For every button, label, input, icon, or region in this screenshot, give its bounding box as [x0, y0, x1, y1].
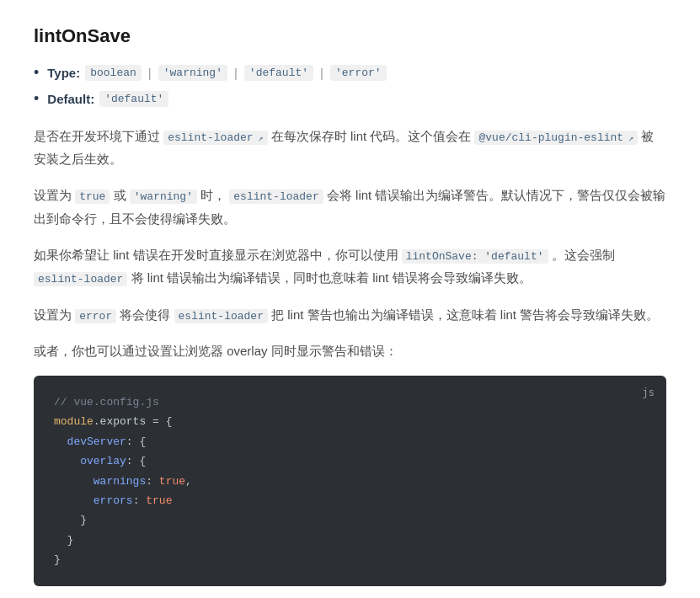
sep-1: | [148, 66, 152, 80]
type-row: • Type: boolean | 'warning' | 'default' … [34, 64, 666, 82]
code-content: // vue.config.js module.exports = { devS… [54, 392, 646, 570]
bullet-type: • [34, 64, 39, 82]
desc-paragraph-4: 设置为 error 将会使得 eslint-loader 把 lint 警告也输… [34, 303, 666, 326]
inline-eslint-loader-4: eslint-loader [174, 309, 268, 323]
desc-paragraph-3: 如果你希望让 lint 错误在开发时直接显示在浏览器中，你可以使用 lintOn… [34, 243, 666, 290]
eslint-loader-link-1[interactable]: eslint-loader [163, 131, 267, 145]
desc-paragraph-2: 设置为 true 或 'warning' 时， eslint-loader 会将… [34, 184, 666, 229]
type-label: Type: [47, 66, 80, 80]
desc-paragraph-5: 或者，你也可以通过设置让浏览器 overlay 同时显示警告和错误： [34, 339, 666, 362]
sep-3: | [320, 66, 323, 80]
default-label: Default: [47, 92, 94, 106]
bullet-default: • [34, 90, 39, 108]
inline-warning: 'warning' [130, 190, 197, 204]
inline-eslint-loader-3: eslint-loader [34, 272, 127, 286]
type-default: 'default' [244, 65, 313, 81]
page-title: lintOnSave [34, 25, 666, 47]
description-section: 是否在开发环境下通过 eslint-loader 在每次保存时 lint 代码。… [34, 125, 666, 586]
default-value: 'default' [99, 91, 168, 107]
default-row: • Default: 'default' [34, 90, 666, 108]
type-warning: 'warning' [158, 65, 227, 81]
inline-true: true [75, 190, 110, 204]
type-error: 'error' [330, 65, 387, 81]
inline-error: error [75, 309, 116, 323]
vue-cli-plugin-link[interactable]: @vue/cli-plugin-eslint [474, 131, 638, 145]
code-block: js // vue.config.js module.exports = { d… [34, 376, 666, 587]
code-lang-label: js [643, 384, 655, 403]
type-boolean: boolean [85, 65, 142, 81]
desc-paragraph-1: 是否在开发环境下通过 eslint-loader 在每次保存时 lint 代码。… [34, 125, 666, 170]
inline-linton-default: lintOnSave: 'default' [402, 249, 548, 264]
inline-eslint-loader-2: eslint-loader [229, 190, 323, 204]
sep-2: | [234, 66, 238, 80]
